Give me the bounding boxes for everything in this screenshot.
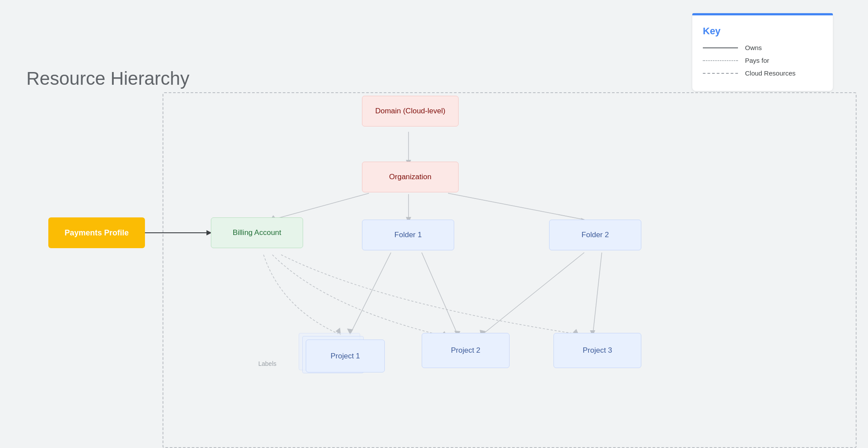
key-label-cloud: Cloud Resources bbox=[745, 69, 796, 77]
billing-account-box: Billing Account bbox=[211, 217, 303, 248]
key-line-dashed bbox=[703, 73, 738, 74]
project3-label: Project 3 bbox=[582, 346, 612, 355]
key-label-owns: Owns bbox=[745, 44, 762, 51]
folder1-label: Folder 1 bbox=[394, 231, 422, 239]
project1-label: Project 1 bbox=[330, 352, 360, 361]
key-title: Key bbox=[703, 25, 822, 37]
folder1-box: Folder 1 bbox=[362, 220, 454, 250]
project2-label: Project 2 bbox=[451, 346, 480, 355]
project2-box: Project 2 bbox=[422, 333, 510, 368]
payments-profile-box: Payments Profile bbox=[48, 217, 145, 248]
key-row-cloud: Cloud Resources bbox=[703, 69, 822, 77]
project1-box: Project 1 bbox=[306, 340, 385, 372]
labels-label: Labels bbox=[258, 360, 276, 367]
key-row-owns: Owns bbox=[703, 44, 822, 51]
project3-box: Project 3 bbox=[553, 333, 641, 368]
labels-text: Labels bbox=[258, 360, 276, 367]
organization-box: Organization bbox=[362, 162, 459, 192]
folder2-label: Folder 2 bbox=[582, 231, 609, 239]
key-blue-bar bbox=[692, 13, 833, 15]
domain-box: Domain (Cloud-level) bbox=[362, 96, 459, 126]
page-title: Resource Hierarchy bbox=[26, 68, 189, 89]
domain-label: Domain (Cloud-level) bbox=[375, 107, 445, 116]
key-row-pays: Pays for bbox=[703, 57, 822, 64]
cloud-resources-boundary bbox=[163, 92, 857, 448]
key-line-dotted bbox=[703, 60, 738, 61]
billing-account-label: Billing Account bbox=[233, 228, 282, 237]
payments-profile-label: Payments Profile bbox=[65, 228, 129, 238]
key-box: Key Owns Pays for Cloud Resources bbox=[692, 13, 833, 91]
organization-label: Organization bbox=[389, 173, 431, 181]
diagram: Payments Profile Billing Account Domain … bbox=[26, 88, 850, 439]
folder2-box: Folder 2 bbox=[549, 220, 641, 250]
key-line-solid bbox=[703, 47, 738, 48]
key-label-pays: Pays for bbox=[745, 57, 769, 64]
